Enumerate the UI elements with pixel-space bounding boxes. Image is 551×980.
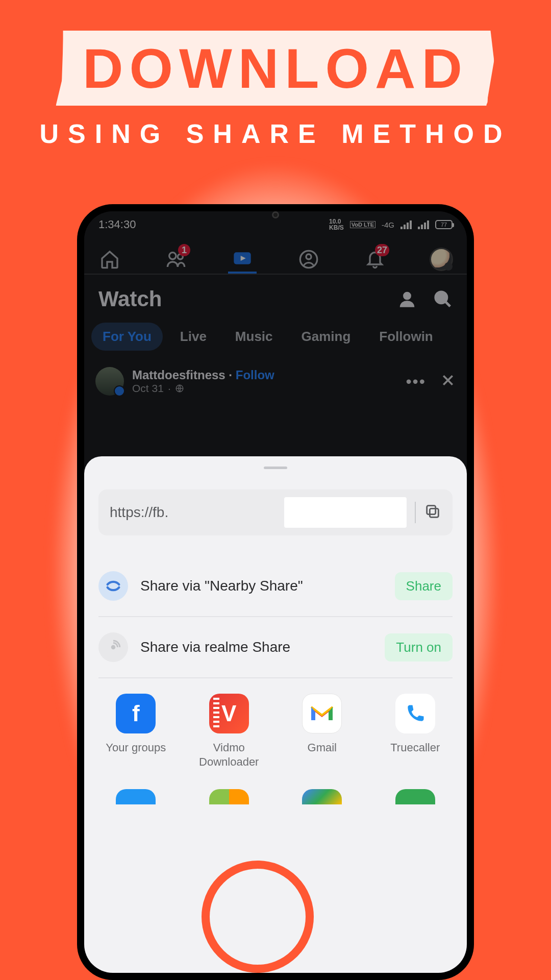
facebook-top-nav: 1 27	[84, 238, 467, 275]
url-redacted	[284, 497, 407, 528]
nav-friends[interactable]: 1	[162, 245, 190, 274]
app-peek-2[interactable]	[209, 789, 249, 804]
banner-subtitle: USING SHARE METHOD	[31, 118, 520, 149]
svg-point-4	[306, 254, 311, 259]
post-more-icon[interactable]: •••	[406, 372, 426, 391]
signal-icon-2	[418, 220, 429, 229]
camera-notch	[272, 211, 279, 218]
page-title: Watch	[98, 287, 162, 311]
share-apps-row: f Your groups V Vidmo Downloader Gmail	[84, 678, 467, 769]
vidmo-icon: V	[209, 694, 249, 733]
nav-watch[interactable]	[228, 245, 257, 274]
app-truecaller[interactable]: Truecaller	[377, 694, 454, 769]
banner-title: DOWNLOAD	[83, 36, 468, 101]
truecaller-icon	[395, 694, 435, 733]
app-peek-3[interactable]	[302, 789, 342, 804]
notif-badge: 27	[375, 244, 389, 256]
tab-following[interactable]: Followin	[368, 323, 444, 351]
svg-rect-8	[430, 508, 438, 517]
phone-frame: 1:34:30 10.0KB/S VoD LTE -4G 77 1	[77, 204, 474, 980]
realme-share-label: Share via realme Share	[140, 639, 372, 655]
nearby-share-action[interactable]: Share	[395, 572, 453, 600]
globe-icon	[175, 384, 184, 393]
avatar-icon	[430, 248, 453, 271]
svg-rect-9	[427, 506, 436, 514]
friends-badge: 1	[178, 244, 190, 256]
search-icon[interactable]	[433, 289, 453, 309]
nav-notifications[interactable]: 27	[361, 245, 389, 274]
app-your-groups[interactable]: f Your groups	[97, 694, 174, 769]
highlight-ring	[202, 861, 314, 973]
app-gmail[interactable]: Gmail	[284, 694, 360, 769]
lte-icon: VoD LTE	[350, 221, 375, 228]
realme-share-icon	[98, 632, 128, 662]
svg-point-6	[436, 292, 447, 303]
sheet-grabber[interactable]	[264, 467, 287, 469]
copy-icon	[424, 503, 441, 520]
post-author[interactable]: Mattdoesfitness · Follow	[132, 368, 397, 382]
share-url-row: https://fb.	[98, 489, 453, 535]
watch-tabs: For You Live Music Gaming Followin	[84, 316, 467, 361]
watch-header: Watch	[84, 275, 467, 316]
tab-music[interactable]: Music	[224, 323, 284, 351]
nearby-share-label: Share via "Nearby Share"	[140, 578, 383, 594]
tab-gaming[interactable]: Gaming	[290, 323, 362, 351]
gmail-icon	[302, 694, 342, 733]
copy-button[interactable]	[424, 503, 441, 522]
app-vidmo-downloader[interactable]: V Vidmo Downloader	[191, 694, 267, 769]
person-icon[interactable]	[397, 289, 417, 309]
share-url-text: https://fb.	[110, 504, 276, 521]
apps-row-2-peek	[84, 769, 467, 804]
nearby-share-icon	[98, 571, 128, 601]
post-meta: Mattdoesfitness · Follow Oct 31 ·	[132, 368, 397, 395]
phone-screen: 1:34:30 10.0KB/S VoD LTE -4G 77 1	[84, 211, 467, 973]
nav-menu-avatar[interactable]	[427, 245, 456, 274]
nav-profile[interactable]	[294, 245, 323, 274]
post-avatar[interactable]	[95, 367, 124, 396]
app-peek-1[interactable]	[116, 789, 156, 804]
profile-icon	[298, 249, 319, 270]
network-type: -4G	[382, 220, 394, 229]
tab-for-you[interactable]: For You	[91, 323, 163, 351]
video-post-header: Mattdoesfitness · Follow Oct 31 · •••	[84, 361, 467, 406]
post-close-icon[interactable]	[440, 373, 456, 390]
brush-bg: DOWNLOAD	[61, 31, 490, 106]
status-time: 1:34:30	[98, 218, 136, 231]
watch-icon	[232, 248, 253, 268]
home-icon	[99, 249, 120, 270]
promo-banner: DOWNLOAD USING SHARE METHOD	[0, 0, 551, 164]
follow-link[interactable]: Follow	[236, 368, 274, 382]
facebook-icon: f	[116, 694, 156, 733]
realme-share-action[interactable]: Turn on	[385, 633, 453, 662]
divider	[415, 502, 416, 523]
tab-live[interactable]: Live	[169, 323, 218, 351]
share-sheet: https://fb. Share via "Nearby Share" Sha…	[84, 456, 467, 973]
svg-point-10	[111, 645, 116, 650]
app-peek-4[interactable]	[395, 789, 435, 804]
nav-home[interactable]	[95, 245, 124, 274]
realme-share-row[interactable]: Share via realme Share Turn on	[98, 617, 453, 678]
svg-point-0	[169, 253, 176, 259]
post-date: Oct 31 ·	[132, 382, 397, 395]
nearby-share-row[interactable]: Share via "Nearby Share" Share	[98, 556, 453, 617]
network-speed: 10.0KB/S	[329, 218, 344, 231]
signal-icon	[400, 220, 412, 229]
svg-point-5	[403, 292, 411, 300]
status-right: 10.0KB/S VoD LTE -4G 77	[329, 218, 453, 231]
battery-icon: 77	[435, 220, 453, 229]
